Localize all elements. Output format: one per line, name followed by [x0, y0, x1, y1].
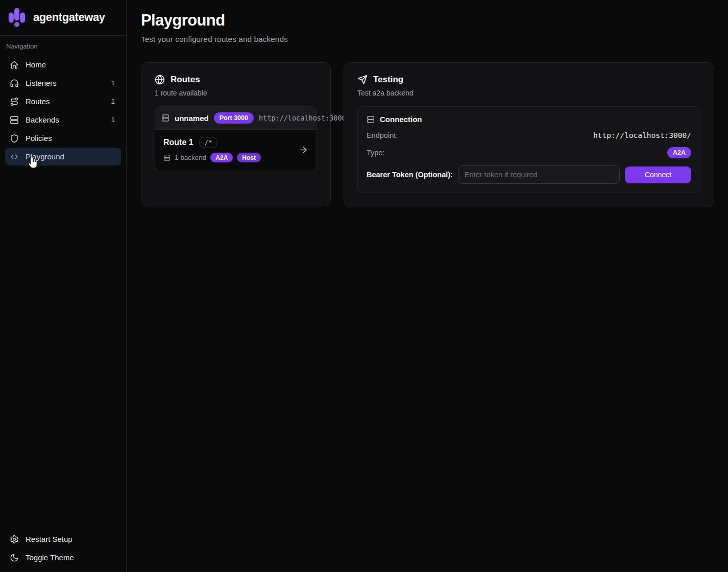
send-icon [357, 75, 368, 85]
connection-title: Connection [380, 115, 422, 124]
page-title: Playground [141, 11, 714, 30]
app-logo: agentgateway [0, 0, 126, 35]
routes-card-subtitle: 1 route available [155, 89, 317, 97]
listener-group: unnamed Port 3000 http://localhost:3000/… [155, 106, 317, 171]
routes-count-badge: 1 [111, 98, 116, 105]
route-info: Route 1 /* 1 backend A2A Host [163, 137, 261, 162]
sidebar-item-label: Home [26, 60, 46, 69]
sidebar: agentgateway Navigation Home Listeners 1… [0, 0, 127, 572]
route-path-badge: /* [199, 137, 217, 148]
sidebar-item-home[interactable]: Home [5, 56, 121, 74]
sidebar-item-routes[interactable]: Routes 1 [5, 92, 121, 110]
moon-icon [10, 553, 19, 562]
agentgateway-logo-icon [7, 6, 27, 29]
route-host-badge: Host [237, 153, 261, 162]
main-content: Playground Test your configured routes a… [127, 0, 728, 572]
restart-setup-label: Restart Setup [26, 535, 72, 543]
home-icon [10, 60, 19, 69]
sidebar-item-playground[interactable]: Playground [5, 148, 121, 165]
endpoint-value: http://localhost:3000/ [593, 131, 691, 139]
sidebar-item-label: Backends [26, 115, 59, 124]
sidebar-item-label: Playground [26, 152, 64, 161]
connection-panel: Connection Endpoint: http://localhost:30… [357, 106, 700, 193]
port-badge: Port 3000 [214, 112, 254, 124]
shield-icon [10, 134, 19, 143]
sidebar-nav: Navigation Home Listeners 1 Routes 1 [0, 36, 126, 170]
sidebar-item-label: Routes [26, 97, 50, 106]
sidebar-footer: Restart Setup Toggle Theme [0, 526, 126, 572]
sidebar-item-listeners[interactable]: Listeners 1 [5, 74, 121, 92]
bearer-token-label: Bearer Token (Optional): [367, 171, 453, 179]
toggle-theme-button[interactable]: Toggle Theme [5, 549, 121, 566]
server-icon [163, 154, 171, 161]
route-name: Route 1 [163, 138, 193, 147]
code-icon [10, 152, 19, 161]
routes-card: Routes 1 route available unnamed Port 30… [141, 62, 331, 206]
listeners-count-badge: 1 [111, 79, 116, 87]
sidebar-item-policies[interactable]: Policies [5, 129, 121, 147]
bearer-token-input[interactable] [458, 165, 620, 184]
listener-header: unnamed Port 3000 http://localhost:3000/ [155, 107, 317, 130]
backends-count-badge: 1 [111, 116, 116, 124]
testing-card-title: Testing [373, 75, 403, 85]
routes-card-title: Routes [171, 75, 200, 85]
testing-card-subtitle: Test a2a backend [357, 89, 700, 97]
testing-card: Testing Test a2a backend Connection Endp… [344, 62, 714, 207]
route-list-item[interactable]: Route 1 /* 1 backend A2A Host [155, 130, 317, 171]
connect-button[interactable]: Connect [625, 166, 691, 183]
server-icon [10, 115, 19, 125]
arrow-right-icon [299, 145, 308, 155]
route-backend-count: 1 backend [175, 154, 206, 161]
app-title: agentgateway [33, 11, 105, 24]
sidebar-item-label: Policies [26, 134, 52, 142]
endpoint-label: Endpoint: [367, 131, 398, 139]
route-protocol-badge: A2A [210, 153, 233, 162]
route-icon [10, 97, 19, 106]
type-label: Type: [367, 149, 384, 157]
restart-setup-button[interactable]: Restart Setup [5, 530, 121, 548]
headphones-icon [10, 79, 19, 88]
gear-icon [10, 535, 19, 544]
nav-section-label: Navigation [5, 42, 121, 56]
listener-name: unnamed [175, 114, 209, 123]
sidebar-item-backends[interactable]: Backends 1 [5, 111, 121, 129]
server-icon [367, 115, 375, 124]
globe-icon [155, 75, 165, 85]
server-icon [161, 114, 169, 122]
sidebar-item-label: Listeners [26, 79, 57, 87]
type-badge: A2A [667, 147, 691, 158]
toggle-theme-label: Toggle Theme [26, 553, 74, 562]
page-subtitle: Test your configured routes and backends [141, 35, 714, 44]
listener-url: http://localhost:3000/ [259, 114, 350, 122]
